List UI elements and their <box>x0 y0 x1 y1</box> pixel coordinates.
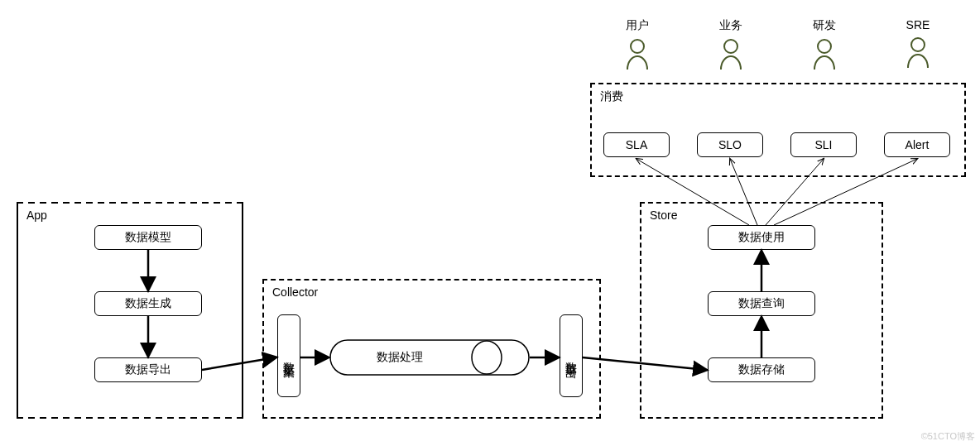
node-data-use: 数据使用 <box>708 225 815 250</box>
persona-dev-label: 研发 <box>813 18 836 31</box>
node-data-store: 数据存储 <box>708 357 815 382</box>
persona-sre: SRE <box>893 18 943 68</box>
node-alert: Alert <box>884 132 950 157</box>
persona-user: 用户 <box>612 18 662 70</box>
persona-biz-label: 业务 <box>719 18 742 31</box>
node-data-model: 数据模型 <box>94 225 202 250</box>
persona-sre-label: SRE <box>906 18 930 31</box>
user-icon <box>903 35 933 68</box>
node-data-gen: 数据生成 <box>94 291 202 316</box>
svg-point-4 <box>818 40 831 53</box>
node-sli: SLI <box>790 132 857 157</box>
watermark: ©51CTO博客 <box>921 430 975 443</box>
node-data-out-app: 数据导出 <box>94 357 202 382</box>
panel-app-label: App <box>26 209 47 222</box>
user-icon <box>809 36 839 70</box>
persona-dev: 研发 <box>800 18 849 70</box>
user-icon <box>716 36 746 70</box>
node-data-collect: 数据采集 <box>277 314 300 397</box>
user-icon <box>622 36 652 70</box>
svg-point-1 <box>472 341 502 374</box>
persona-biz: 业务 <box>706 18 756 70</box>
node-sla: SLA <box>603 132 670 157</box>
svg-point-2 <box>631 40 644 53</box>
node-data-out-col: 数据导出 <box>560 314 583 397</box>
panel-consume: 消费 <box>590 83 966 177</box>
node-slo: SLO <box>697 132 763 157</box>
node-data-process: 数据处理 <box>329 339 530 376</box>
panel-consume-label: 消费 <box>600 89 623 104</box>
svg-point-5 <box>911 38 925 51</box>
panel-store-label: Store <box>650 209 677 222</box>
persona-user-label: 用户 <box>626 18 649 31</box>
svg-point-3 <box>724 40 737 53</box>
node-data-query: 数据查询 <box>708 291 815 316</box>
panel-collector-label: Collector <box>272 285 318 299</box>
node-data-process-label: 数据处理 <box>329 339 470 376</box>
